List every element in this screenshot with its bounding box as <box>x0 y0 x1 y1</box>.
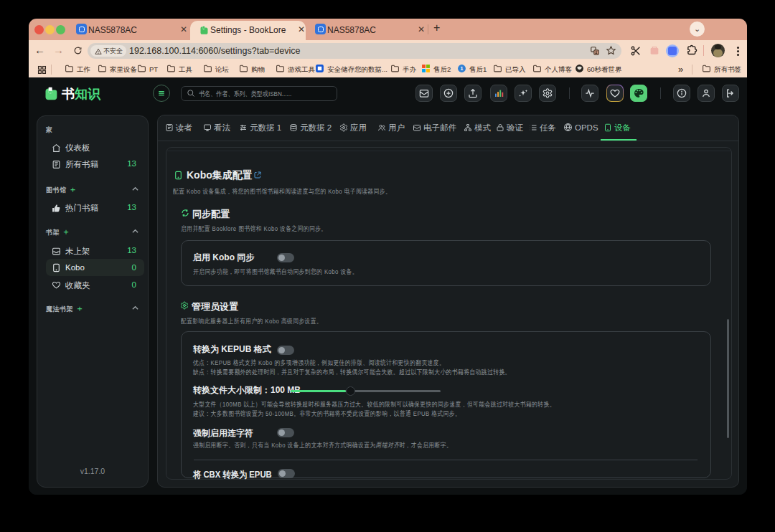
svg-text:1: 1 <box>461 66 464 71</box>
